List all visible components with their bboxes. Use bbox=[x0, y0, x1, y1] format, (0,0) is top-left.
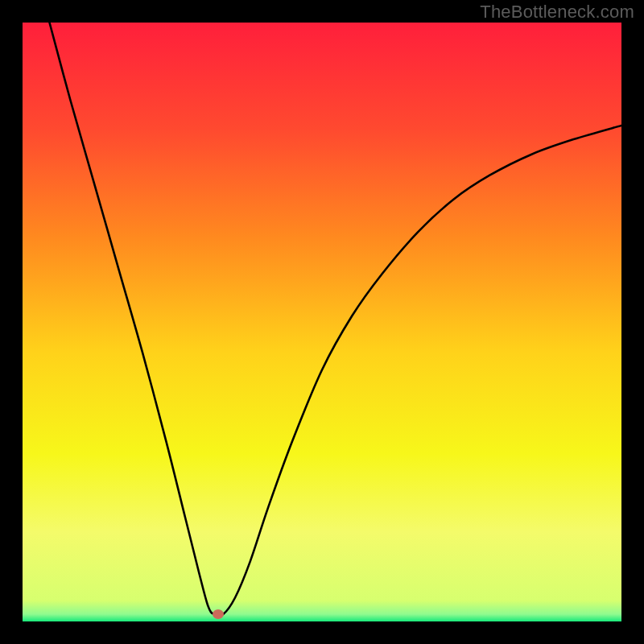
chart-background bbox=[23, 23, 621, 621]
minimum-marker bbox=[213, 609, 224, 619]
bottleneck-chart bbox=[23, 23, 621, 621]
watermark-text: TheBottleneck.com bbox=[480, 2, 634, 23]
chart-frame: TheBottleneck.com bbox=[0, 0, 644, 644]
